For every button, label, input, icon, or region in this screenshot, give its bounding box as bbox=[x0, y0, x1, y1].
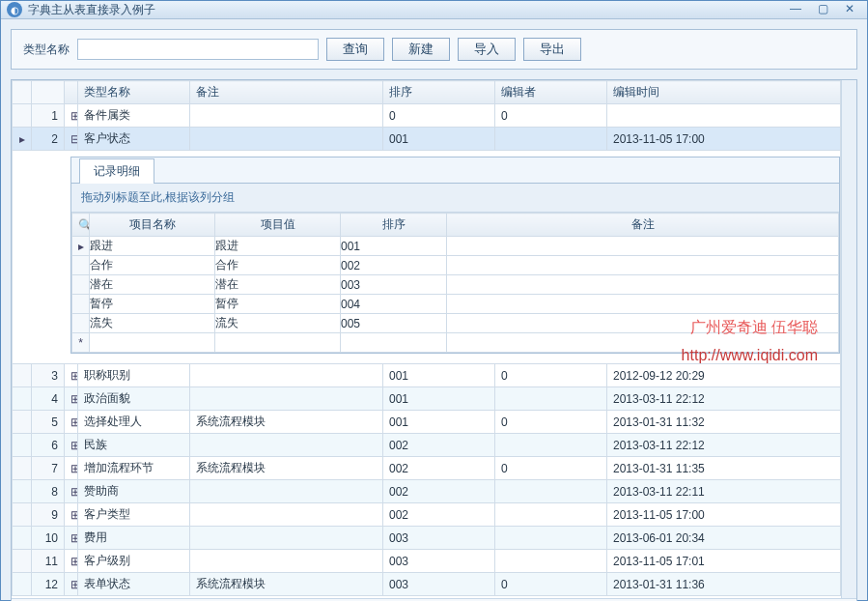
detail-cell-name[interactable] bbox=[90, 333, 215, 353]
cell-time[interactable]: 2013-01-31 11:36 bbox=[607, 573, 841, 596]
cell-editor[interactable]: 0 bbox=[495, 411, 607, 434]
cell-name[interactable]: 费用 bbox=[78, 527, 190, 550]
table-row[interactable]: 10⊞费用0032013-06-01 20:34 bbox=[13, 527, 841, 550]
expand-toggle[interactable]: ⊞ bbox=[65, 104, 78, 128]
cell-remark[interactable] bbox=[190, 434, 383, 457]
cell-name[interactable]: 职称职别 bbox=[78, 364, 190, 387]
detail-cell-name[interactable]: 暂停 bbox=[90, 295, 215, 314]
cell-editor[interactable] bbox=[495, 387, 607, 411]
detail-cell-remark[interactable] bbox=[447, 333, 839, 353]
detail-cell-sort[interactable] bbox=[341, 333, 447, 353]
cell-time[interactable]: 2013-11-05 17:00 bbox=[607, 503, 841, 527]
detail-cell-sort[interactable]: 005 bbox=[341, 314, 447, 333]
cell-time[interactable]: 2013-06-01 20:34 bbox=[607, 527, 841, 550]
detail-col-sort[interactable]: 排序 bbox=[341, 214, 447, 237]
cell-remark[interactable] bbox=[190, 128, 383, 151]
detail-cell-value[interactable]: 潜在 bbox=[215, 275, 341, 295]
table-row[interactable]: 12⊞表单状态系统流程模块00302013-01-31 11:36 bbox=[13, 573, 841, 596]
detail-cell-remark[interactable] bbox=[447, 295, 839, 314]
cell-name[interactable]: 赞助商 bbox=[78, 480, 190, 503]
table-row[interactable]: ▸2⊟客户状态0012013-11-05 17:00 bbox=[13, 128, 841, 151]
expand-toggle[interactable]: ⊞ bbox=[65, 480, 78, 503]
detail-cell-name[interactable]: 流失 bbox=[90, 314, 215, 333]
cell-name[interactable]: 政治面貌 bbox=[78, 387, 190, 411]
type-name-input[interactable] bbox=[77, 39, 319, 60]
cell-editor[interactable]: 0 bbox=[495, 573, 607, 596]
export-button[interactable]: 导出 bbox=[523, 38, 581, 61]
detail-search-icon[interactable]: 🔍 bbox=[72, 214, 90, 237]
cell-sort[interactable]: 002 bbox=[383, 503, 495, 527]
detail-cell-name[interactable]: 跟进 bbox=[90, 237, 215, 256]
table-row[interactable]: 3⊞职称职别00102012-09-12 20:29 bbox=[13, 364, 841, 387]
cell-name[interactable]: 备件属类 bbox=[78, 104, 190, 128]
col-sort[interactable]: 排序 bbox=[383, 81, 495, 104]
cell-editor[interactable] bbox=[495, 434, 607, 457]
cell-editor[interactable]: 0 bbox=[495, 104, 607, 128]
table-row[interactable]: 8⊞赞助商0022013-03-11 22:11 bbox=[13, 480, 841, 503]
expand-toggle[interactable]: ⊞ bbox=[65, 550, 78, 573]
col-name[interactable]: 类型名称 bbox=[78, 81, 190, 104]
cell-remark[interactable]: 系统流程模块 bbox=[190, 411, 383, 434]
cell-remark[interactable] bbox=[190, 387, 383, 411]
table-row[interactable]: 5⊞选择处理人系统流程模块00102013-01-31 11:32 bbox=[13, 411, 841, 434]
cell-time[interactable] bbox=[607, 104, 841, 128]
expand-toggle[interactable]: ⊞ bbox=[65, 364, 78, 387]
query-button[interactable]: 查询 bbox=[326, 38, 384, 61]
cell-remark[interactable] bbox=[190, 364, 383, 387]
cell-editor[interactable] bbox=[495, 527, 607, 550]
cell-name[interactable]: 客户类型 bbox=[78, 503, 190, 527]
table-row[interactable]: 6⊞民族0022013-03-11 22:12 bbox=[13, 434, 841, 457]
cell-remark[interactable] bbox=[190, 550, 383, 573]
detail-table-row[interactable]: * bbox=[72, 333, 839, 353]
cell-time[interactable]: 2012-09-12 20:29 bbox=[607, 364, 841, 387]
new-button[interactable]: 新建 bbox=[392, 38, 450, 61]
detail-cell-value[interactable]: 暂停 bbox=[215, 295, 341, 314]
maximize-button[interactable]: ▢ bbox=[811, 1, 834, 18]
group-by-hint[interactable]: 拖动列标题至此,根据该列分组 bbox=[71, 184, 839, 213]
cell-name[interactable]: 客户状态 bbox=[78, 128, 190, 151]
detail-cell-sort[interactable]: 004 bbox=[341, 295, 447, 314]
cell-sort[interactable]: 002 bbox=[383, 457, 495, 480]
cell-time[interactable]: 2013-03-11 22:12 bbox=[607, 434, 841, 457]
detail-grid[interactable]: 🔍项目名称项目值排序备注▸跟进跟进001合作合作002潜在潜在003暂停暂停00… bbox=[71, 213, 839, 353]
detail-cell-remark[interactable] bbox=[447, 256, 839, 275]
cell-sort[interactable]: 001 bbox=[383, 364, 495, 387]
expand-toggle[interactable]: ⊞ bbox=[65, 527, 78, 550]
expand-toggle[interactable]: ⊞ bbox=[65, 457, 78, 480]
expand-toggle[interactable]: ⊞ bbox=[65, 411, 78, 434]
detail-col-remark[interactable]: 备注 bbox=[447, 214, 839, 237]
cell-time[interactable]: 2013-11-05 17:01 bbox=[607, 550, 841, 573]
cell-remark[interactable]: 系统流程模块 bbox=[190, 457, 383, 480]
cell-name[interactable]: 选择处理人 bbox=[78, 411, 190, 434]
detail-table-row[interactable]: 合作合作002 bbox=[72, 256, 839, 275]
close-button[interactable]: ✕ bbox=[838, 1, 861, 18]
vertical-scrollbar[interactable] bbox=[841, 80, 856, 598]
cell-sort[interactable]: 0 bbox=[383, 104, 495, 128]
cell-time[interactable]: 2013-03-11 22:11 bbox=[607, 480, 841, 503]
main-grid[interactable]: 类型名称 备注 排序 编辑者 编辑时间 1⊞备件属类00▸2⊟客户状态00120… bbox=[12, 80, 841, 596]
cell-name[interactable]: 增加流程环节 bbox=[78, 457, 190, 480]
table-row[interactable]: 7⊞增加流程环节系统流程模块00202013-01-31 11:35 bbox=[13, 457, 841, 480]
cell-time[interactable]: 2013-11-05 17:00 bbox=[607, 128, 841, 151]
cell-sort[interactable]: 003 bbox=[383, 527, 495, 550]
detail-cell-value[interactable] bbox=[215, 333, 341, 353]
cell-remark[interactable] bbox=[190, 503, 383, 527]
col-remark[interactable]: 备注 bbox=[190, 81, 383, 104]
cell-sort[interactable]: 002 bbox=[383, 480, 495, 503]
detail-table-row[interactable]: 潜在潜在003 bbox=[72, 275, 839, 295]
detail-cell-remark[interactable] bbox=[447, 237, 839, 256]
tab-record-detail[interactable]: 记录明细 bbox=[79, 158, 154, 184]
detail-table-row[interactable]: 流失流失005 bbox=[72, 314, 839, 333]
import-button[interactable]: 导入 bbox=[458, 38, 516, 61]
detail-col-name[interactable]: 项目名称 bbox=[90, 214, 215, 237]
detail-col-value[interactable]: 项目值 bbox=[215, 214, 341, 237]
cell-time[interactable]: 2013-01-31 11:35 bbox=[607, 457, 841, 480]
detail-cell-value[interactable]: 流失 bbox=[215, 314, 341, 333]
cell-name[interactable]: 民族 bbox=[78, 434, 190, 457]
detail-cell-sort[interactable]: 001 bbox=[341, 237, 447, 256]
cell-editor[interactable]: 0 bbox=[495, 364, 607, 387]
expand-toggle[interactable]: ⊞ bbox=[65, 434, 78, 457]
detail-cell-name[interactable]: 潜在 bbox=[90, 275, 215, 295]
table-row[interactable]: 11⊞客户级别0032013-11-05 17:01 bbox=[13, 550, 841, 573]
cell-sort[interactable]: 003 bbox=[383, 550, 495, 573]
